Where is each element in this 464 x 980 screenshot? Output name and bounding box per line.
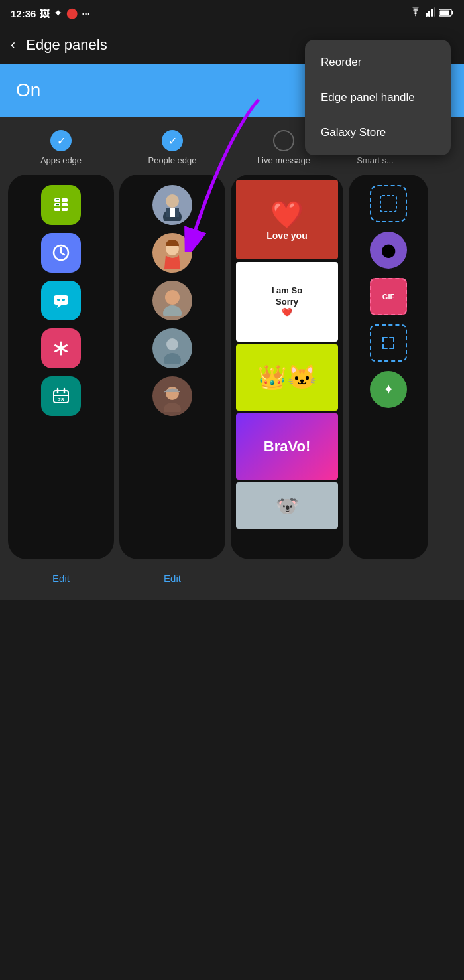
dropdown-menu: Reorder Edge panel handle Galaxy Store xyxy=(305,40,451,155)
svg-rect-11 xyxy=(54,208,60,211)
svg-point-29 xyxy=(166,194,179,208)
crown-cat-card: 👑🐱 xyxy=(236,344,338,411)
svg-rect-1 xyxy=(428,11,430,17)
svg-line-17 xyxy=(61,253,64,255)
people-edge-text: People edge xyxy=(148,155,196,165)
panel-cards-row: 28 xyxy=(8,175,456,559)
person2-avatar xyxy=(152,233,192,273)
svg-point-36 xyxy=(166,338,178,350)
smart-select-text: Smart s... xyxy=(357,155,394,165)
expand-icon xyxy=(370,324,407,362)
wifi-icon xyxy=(410,7,422,19)
clock-icon xyxy=(41,233,81,273)
svg-rect-6 xyxy=(440,11,449,15)
calendar-icon: 28 xyxy=(41,376,81,416)
svg-point-37 xyxy=(164,353,181,364)
panels-section: ✓ Apps edge ✓ People edge Live message S… xyxy=(0,117,464,559)
smart-icon-1 xyxy=(370,185,407,222)
back-button[interactable]: ‹ xyxy=(11,36,15,54)
svg-rect-10 xyxy=(62,203,68,206)
apps-edge-card: 28 xyxy=(8,175,114,559)
notification-icon: ⬤ xyxy=(66,7,78,19)
love-you-card: ❤️ Love you xyxy=(236,180,338,259)
person5-avatar xyxy=(152,376,192,416)
svg-rect-3 xyxy=(434,7,435,17)
person4-avatar xyxy=(152,328,192,368)
smart-select-card: ⬤ GIF ✦ xyxy=(349,175,428,559)
people-edge-edit-button[interactable]: Edit xyxy=(119,567,225,589)
people-edge-check: ✓ xyxy=(162,130,183,151)
sorry-card: I am SoSorry❤️ xyxy=(236,262,338,342)
svg-rect-12 xyxy=(62,208,68,211)
apps-edge-text: Apps edge xyxy=(40,155,82,165)
svg-rect-2 xyxy=(431,9,433,17)
gif-icon: GIF xyxy=(370,278,407,315)
status-time: 12:36 xyxy=(11,8,36,19)
apps-edge-edit-button[interactable]: Edit xyxy=(8,567,114,589)
galaxy-store-menu-item[interactable]: Galaxy Store xyxy=(305,115,451,150)
status-left: 12:36 🖼 ✦ ⬤ ··· xyxy=(11,7,90,19)
more-icon: ··· xyxy=(82,8,90,19)
green-icon: ✦ xyxy=(370,371,407,408)
people-edge-label[interactable]: ✓ People edge xyxy=(119,130,225,165)
svg-point-35 xyxy=(163,305,182,316)
edit-row: Edit Edit xyxy=(0,559,464,600)
bluetooth-icon: ✦ xyxy=(54,7,62,19)
reorder-menu-item[interactable]: Reorder xyxy=(305,45,451,80)
toggle-label: On xyxy=(16,80,40,101)
person3-avatar xyxy=(152,281,192,320)
asterisk-icon xyxy=(41,328,81,368)
status-bar: 12:36 🖼 ✦ ⬤ ··· xyxy=(0,0,464,27)
svg-point-39 xyxy=(164,403,181,412)
svg-rect-40 xyxy=(380,196,396,212)
svg-rect-5 xyxy=(452,11,453,15)
apps-edge-label[interactable]: ✓ Apps edge xyxy=(8,130,114,165)
svg-rect-20 xyxy=(62,299,65,301)
edge-panel-handle-menu-item[interactable]: Edge panel handle xyxy=(305,80,451,115)
apps-edge-check: ✓ xyxy=(50,130,72,151)
svg-rect-0 xyxy=(426,13,428,17)
person1-avatar xyxy=(152,185,192,225)
live-message-check xyxy=(273,130,294,151)
battery-icon xyxy=(439,7,453,19)
svg-rect-18 xyxy=(54,295,68,305)
live-message-card: ❤️ Love you I am SoSorry❤️ 👑🐱 BraVo! 🐨 xyxy=(231,175,343,559)
status-right xyxy=(410,7,453,19)
bear-card: 🐨 xyxy=(236,482,338,529)
calculator-icon xyxy=(41,185,81,225)
svg-rect-8 xyxy=(62,198,68,202)
svg-rect-32 xyxy=(170,208,175,217)
svg-rect-19 xyxy=(57,299,60,301)
svg-text:28: 28 xyxy=(58,397,64,403)
bravo-card: BraVo! xyxy=(236,413,338,480)
chat-icon xyxy=(41,281,81,320)
gallery-icon: 🖼 xyxy=(40,8,50,19)
live-message-text: Live message xyxy=(257,155,310,165)
smart-icon-2: ⬤ xyxy=(370,232,407,269)
svg-point-34 xyxy=(165,290,180,305)
people-edge-card xyxy=(119,175,225,559)
signal-icon xyxy=(426,7,435,19)
